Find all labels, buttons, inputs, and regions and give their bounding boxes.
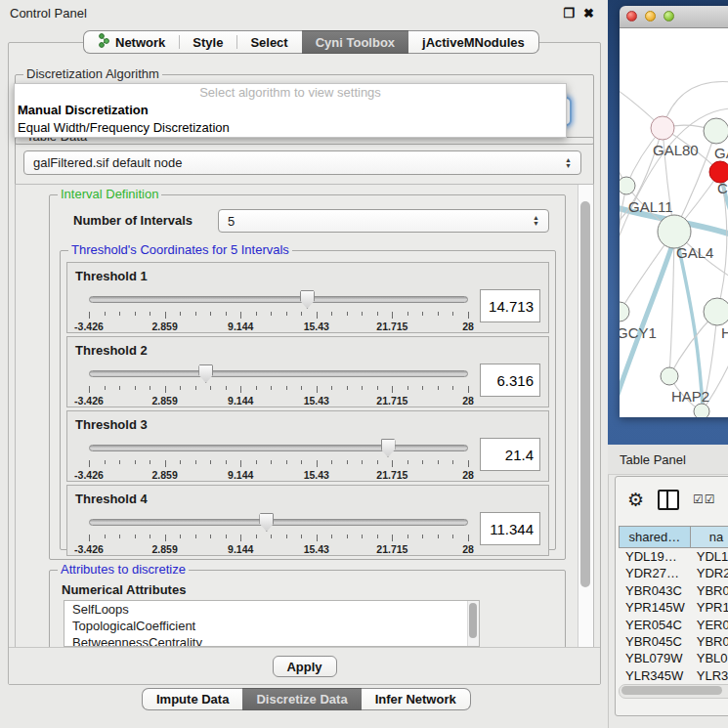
combo-stepper-icon: ▲▼ [565,157,572,169]
scrollbar-thumb[interactable] [621,686,722,695]
threshold-slider[interactable]: -3.4262.8599.14415.4321.71528 [89,288,468,329]
tick-mark [180,460,181,464]
tick-mark [301,460,302,464]
tick-mark [362,535,363,538]
tick-mark [347,312,348,316]
tab-label: jActiveMNodules [422,35,525,50]
threshold-slider[interactable]: -3.4262.8599.14415.4321.71528 [89,511,468,552]
tick-mark [105,312,106,316]
tick-mark [407,312,408,316]
network-window-titlebar[interactable] [620,6,728,28]
tick-mark [256,535,257,538]
scrollbar-thumb[interactable] [580,201,590,587]
table-row[interactable]: YBR045CYBR0 [619,633,728,650]
threshold-value-input[interactable] [480,438,540,471]
dropdown-placeholder-option[interactable]: Select algorithm to view settings [15,84,566,102]
network-node-green[interactable] [661,367,678,385]
network-edge[interactable] [620,186,626,312]
attribute-list-item[interactable]: SelfLoops [64,601,479,618]
table-row[interactable]: YBL079WYBL0 [619,650,728,666]
slider-thumb-icon[interactable] [259,513,274,532]
threshold-panel: Threshold 3-3.4262.8599.14415.4321.71528 [66,410,549,482]
slider-thumb-icon[interactable] [198,364,213,383]
table-row[interactable]: YPR145WYPR1 [619,599,728,616]
gear-icon[interactable]: ⚙ [627,491,644,509]
threshold-value-input[interactable] [480,364,540,397]
slider-thumb-icon[interactable] [381,439,396,457]
tab-network[interactable]: Network [83,30,179,54]
tick-mark [438,312,439,316]
tick-mark [165,312,166,319]
network-node-pink[interactable] [651,116,674,140]
slider-tick-labels: -3.4262.8599.14415.4321.71528 [89,321,468,331]
table-column-header[interactable]: na [690,526,728,548]
table-row[interactable]: YDL19…YDL1 [619,548,728,565]
table-cell: YBL0 [690,650,728,666]
tab-jactivemnodules[interactable]: jActiveMNodules [408,30,539,54]
threshold-value-input[interactable] [480,289,540,322]
threshold-slider[interactable]: -3.4262.8599.14415.4321.71528 [89,437,468,478]
dropdown-option[interactable]: Equal Width/Frequency Discretization [15,119,566,137]
tab-impute-data[interactable]: Impute Data [142,688,242,710]
threshold-panel: Threshold 2-3.4262.8599.14415.4321.71528 [66,336,549,407]
network-node-green[interactable] [658,215,691,248]
network-node-green[interactable] [704,298,728,325]
table-horizontal-scrollbar[interactable] [619,684,728,699]
scrollbar-thumb[interactable] [469,603,477,638]
minimize-traffic-light-icon[interactable] [645,11,656,21]
network-icon [98,33,110,51]
tick-mark [468,460,469,467]
float-window-icon[interactable]: ❐ [563,6,575,21]
threshold-coordinates-group: Threshold's Coordinates for 5 Intervals … [60,250,556,550]
number-of-intervals-combobox[interactable]: 5 ▲▼ [218,209,549,233]
tick-mark [226,535,227,538]
network-node-label: C [717,180,728,196]
threshold-slider[interactable]: -3.4262.8599.14415.4321.71528 [89,363,468,404]
network-node-green[interactable] [704,118,728,144]
network-node-green[interactable] [694,404,709,417]
tick-mark [347,460,348,464]
tick-mark [226,460,227,464]
network-canvas[interactable]: GAL80GACGAL11GAL4GCY1HHAP2 [620,28,728,417]
threshold-row: -3.4262.8599.14415.4321.71528 [89,437,540,478]
tab-style[interactable]: Style [179,30,236,54]
close-traffic-light-icon[interactable] [626,11,637,21]
settings-vertical-scrollbar[interactable] [578,185,593,648]
table-row[interactable]: YDR27…YDR2 [619,565,728,581]
tab-select[interactable]: Select [236,30,301,54]
table-row[interactable]: YBR043CYBR0 [619,582,728,599]
columns-icon[interactable] [658,490,679,510]
tab-discretize-data[interactable]: Discretize Data [242,688,361,710]
numerical-attributes-list[interactable]: SelfLoopsTopologicalCoefficientBetweenne… [64,600,480,647]
combo-stepper-icon: ▲▼ [533,215,539,227]
tab-cyni-toolbox[interactable]: Cyni Toolbox [302,30,408,54]
tab-infer-network[interactable]: Infer Network [362,688,471,710]
threshold-value-input[interactable] [480,512,540,545]
tab-label: Cyni Toolbox [316,35,395,50]
table-row[interactable]: YLR345WYLR3 [619,667,728,684]
attribute-list-item[interactable]: BetweennessCentrality [64,634,479,647]
network-node-label: GA [714,145,728,161]
tick-mark [240,460,241,467]
slider-thumb-icon[interactable] [300,290,315,309]
table-data-combobox[interactable]: galFiltered.sif default node ▲▼ [23,150,581,175]
close-icon[interactable]: ✖ [583,6,594,21]
tick-mark [210,460,211,464]
apply-button[interactable]: Apply [273,656,337,677]
settings-scroll-area: Interval Definition Number of Intervals … [15,184,594,649]
control-panel-title: Control Panel [10,6,87,21]
threshold-label: Threshold 3 [75,417,148,432]
table-row[interactable]: YER054CYER0 [619,617,728,633]
select-checkboxes-icon[interactable]: ☑☑ [693,492,716,506]
tick-mark [392,460,393,467]
dropdown-option[interactable]: Manual Discretization [15,102,566,119]
tick-mark [105,535,106,538]
network-node-green[interactable] [620,177,635,194]
table-column-header[interactable]: shared… [619,526,690,548]
zoom-traffic-light-icon[interactable] [664,11,674,21]
attribute-list-item[interactable]: TopologicalCoefficient [64,618,479,634]
attributes-list-scrollbar[interactable] [467,601,479,646]
network-node-green[interactable] [620,302,629,321]
tick-mark [150,312,150,316]
tick-mark [468,535,469,541]
